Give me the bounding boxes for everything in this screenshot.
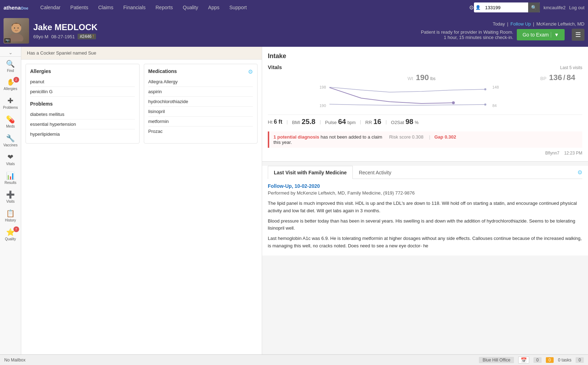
med-item-prozac[interactable]: Prozac [148,127,253,136]
sidebar-item-allergies[interactable]: ✋ Allergies 2 [0,75,21,94]
nav-calendar[interactable]: Calendar [35,0,66,15]
svg-text:84: 84 [492,103,497,108]
svg-point-10 [484,88,486,90]
collapse-sidebar-button[interactable]: ⌄ [0,48,21,57]
meds-icon: 💊 [6,115,15,124]
allergies-badge: 2 [13,77,19,83]
wt-unit: lbs [430,76,435,81]
intake-footer: Bflynn7 12:23 PM [268,151,582,156]
med-item-hydrochlorothiazide[interactable]: hydrochlorothiazide [148,97,253,107]
nav-support[interactable]: Support [225,0,252,15]
search-button[interactable]: 🔍 [528,2,540,12]
svg-point-1 [9,34,23,41]
nav-claims[interactable]: Claims [93,0,118,15]
visit-note-2: Blood pressure is better today than has … [268,218,582,232]
medications-card-title: Medications ⚙ [148,68,253,74]
problem-item-hyperlipidemia[interactable]: hyperlipidemia [30,129,135,139]
last-visit-section: Last Visit with Family Medicine Recent A… [262,166,588,256]
hamburger-menu-button[interactable]: ☰ [572,29,584,41]
visit-performer: Performed by McKenzie Leftwich, MD, Fami… [268,190,582,196]
problem-item-hypertension[interactable]: essential hypertension [30,119,135,129]
svg-point-11 [484,103,486,106]
nav-right: 👤 🔍 kmcaulife2 Log out [474,2,584,12]
tabs-gear-icon[interactable]: ⚙ [577,169,582,176]
calendar-icon[interactable]: 📅 [518,356,529,364]
intake-title: Intake [268,52,582,60]
intake-user: Bflynn7 [545,151,559,156]
history-icon: 📋 [6,209,15,218]
bp-chart-value: 136 [549,73,562,82]
nav-financials[interactable]: Financials [118,0,151,15]
diagnosis-alert[interactable]: 1 potential diagnosis has not been added… [268,131,582,148]
visit-notes-area: The lipid panel is much improved this vi… [268,200,582,250]
svg-text:198: 198 [320,85,326,89]
nav-apps[interactable]: Apps [203,0,225,15]
sidebar-vitals-label: Vitals [6,162,15,166]
patient-details: 69yo M 08-27-1951 #2446 ! [33,34,417,39]
bp-chart-label: BP [540,76,546,81]
wt-chart-label: Wt [407,76,413,81]
task-count-blue[interactable]: 0 [533,357,542,363]
sidebar-item-results[interactable]: 📊 Results [0,169,21,187]
sidebar-results-label: Results [5,181,16,185]
gear-icon[interactable]: ⚙ [469,4,474,11]
sidebar-item-visits[interactable]: ➕ Visits [0,187,21,206]
diagnosis-text2: this year. [273,140,292,145]
tab-last-visit[interactable]: Last Visit with Family Medicine [268,166,353,179]
goto-exam-dropdown-arrow[interactable]: ▼ [551,32,559,38]
patient-avatar[interactable]: 📷 [4,18,29,44]
summary-cards: Allergies peanut penicillin G Problems d… [21,60,262,148]
sidebar-problems-label: Problems [3,106,18,110]
intake-time: 12:23 PM [564,151,582,156]
allergy-item-penicillin[interactable]: penicillin G [30,87,135,97]
patient-search-input[interactable] [482,5,528,10]
vaccines-icon: 🔧 [6,134,15,142]
sidebar-item-history[interactable]: 📋 History [0,206,21,225]
sidebar-history-label: History [5,218,16,222]
left-sidebar: ⌄ 🔍 Find ✋ Allergies 2 ✚ Problems 💊 Meds… [0,47,21,365]
visit-note-3: Last hemoglobin A1c was 6.9. He is toler… [268,235,582,250]
logout-button[interactable]: Log out [569,5,584,10]
tab-recent-activity[interactable]: Recent Activity [353,166,397,179]
pulse-item: Pulse 64 bpm [325,118,356,126]
allergy-item-peanut[interactable]: peanut [30,77,135,87]
sidebar-item-problems[interactable]: ✚ Problems [0,94,21,112]
svg-point-2 [12,23,21,33]
bmi-item: BMI 25.8 [292,118,315,126]
patient-alert-icon[interactable]: ! [93,34,94,39]
nav-links: Calendar Patients Claims Financials Repo… [35,0,469,15]
problem-item-diabetes[interactable]: diabetes mellitus [30,110,135,119]
office-selector[interactable]: Blue Hill Office [479,357,514,363]
nav-quality[interactable]: Quality [178,0,203,15]
sidebar-item-vitals[interactable]: ❤ Vitals [0,150,21,169]
allergies-card-title: Allergies [30,68,135,74]
camera-icon[interactable]: 📷 [4,38,11,43]
o2sat-item: O2Sat 98 % [391,118,419,126]
medications-gear-button[interactable]: ⚙ [248,68,253,75]
med-item-aspirin[interactable]: aspirin [148,87,253,97]
sidebar-item-quality[interactable]: ⭐ Quality 7 [0,225,21,244]
med-item-metformin[interactable]: metformin [148,117,253,127]
provider-name: McKenzie Leftwich, MD [536,21,584,27]
med-item-allegra[interactable]: Allegra Allergy [148,77,253,87]
med-item-lisinopril[interactable]: lisinopril [148,107,253,117]
patient-header: 📷 Jake MEDLOCK 69yo M 08-27-1951 #2446 !… [0,15,588,47]
waiting-message: Patient is ready for provider in Waiting… [421,29,513,40]
sidebar-item-find[interactable]: 🔍 Find [0,57,21,75]
nav-patients[interactable]: Patients [66,0,94,15]
message-count[interactable]: 0 [576,357,584,363]
vitals-chart-area: Wt 190 lbs BP 136 / 84 198 190 [268,72,582,114]
task-count-orange[interactable]: 0 [546,357,554,363]
sidebar-item-vaccines[interactable]: 🔧 Vaccines [0,131,21,150]
tabs: Last Visit with Family Medicine Recent A… [268,166,397,179]
visit-link[interactable]: Follow-Up, 10-02-2020 [268,183,320,189]
nav-reports[interactable]: Reports [151,0,178,15]
username: kmcaulife2 [543,5,565,10]
sidebar-item-meds[interactable]: 💊 Meds [0,112,21,131]
follow-up-link[interactable]: Follow Up [510,21,531,27]
sidebar-allergies-label: Allergies [4,87,17,91]
go-to-exam-button[interactable]: Go to Exam ▼ [517,29,565,40]
patient-name: Jake MEDLOCK [33,22,417,32]
patient-id-badge: #2446 ! [78,34,96,39]
tasks-label: 0 tasks [558,358,571,363]
